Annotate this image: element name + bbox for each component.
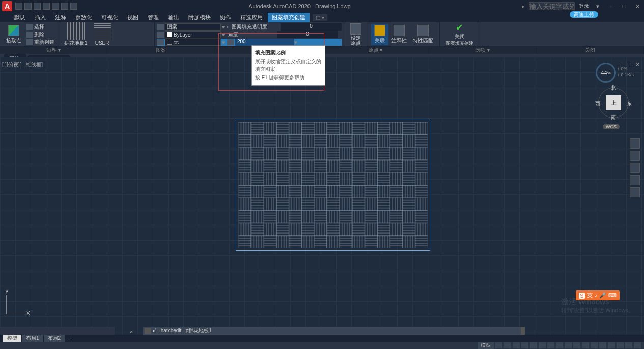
nav-wheel[interactable] bbox=[630, 138, 640, 149]
command-line[interactable]: ▸'_-hatchedit _p拼花地板1 bbox=[143, 327, 521, 335]
status-annmon[interactable] bbox=[582, 342, 589, 348]
status-hw[interactable] bbox=[625, 342, 632, 348]
select-label: 选择 bbox=[34, 23, 44, 31]
status-snap[interactable] bbox=[504, 342, 511, 348]
layout-1[interactable]: 布局1 bbox=[22, 335, 44, 342]
menu-addins[interactable]: 附加模块 bbox=[184, 13, 215, 22]
ime-kb-icon[interactable]: ⌨ bbox=[608, 292, 617, 299]
qat-undo[interactable] bbox=[61, 3, 68, 10]
status-polar[interactable] bbox=[521, 342, 528, 348]
hatch-swatch-1[interactable]: 拼花地板1 bbox=[61, 21, 91, 48]
status-sc[interactable] bbox=[573, 342, 580, 348]
viewcube[interactable]: 上 北 南 东 西 bbox=[593, 82, 634, 123]
recreate-button[interactable]: 重新创建 bbox=[26, 39, 54, 46]
transparency-value[interactable]: 0 bbox=[281, 23, 342, 31]
cmd-icon bbox=[145, 328, 151, 334]
menu-manage[interactable]: 管理 bbox=[144, 13, 163, 22]
pick-points-label: 拾取点 bbox=[6, 37, 21, 44]
status-otrack[interactable] bbox=[539, 342, 546, 348]
minimize-icon[interactable]: — bbox=[606, 3, 615, 10]
set-origin-button[interactable]: 设定 原点 bbox=[347, 22, 365, 47]
status-grid[interactable] bbox=[495, 342, 502, 348]
viewcube-top[interactable]: 上 bbox=[606, 95, 621, 110]
menu-collab[interactable]: 协作 bbox=[216, 13, 235, 22]
ime-voice-icon[interactable]: ♪ bbox=[595, 292, 598, 299]
status-ws[interactable] bbox=[591, 342, 598, 348]
status-units[interactable] bbox=[599, 342, 606, 348]
pick-points-button[interactable]: 拾取点 bbox=[3, 24, 24, 45]
associative-button[interactable]: 关联 bbox=[371, 24, 388, 45]
qat-save[interactable] bbox=[34, 3, 41, 10]
menu-default[interactable]: 默认 bbox=[10, 13, 30, 22]
menu-featured[interactable]: 精选应用 bbox=[236, 13, 267, 22]
angle-value[interactable]: 0 bbox=[277, 31, 338, 38]
upload-button[interactable]: 高速上传 bbox=[570, 11, 598, 18]
menu-extra[interactable]: ▢ ▾ bbox=[313, 14, 327, 21]
status-ortho[interactable] bbox=[513, 342, 520, 348]
nav-zoom[interactable] bbox=[630, 163, 640, 173]
hscroll[interactable] bbox=[0, 327, 115, 335]
status-custom[interactable] bbox=[634, 342, 641, 348]
layout-model[interactable]: 模型 bbox=[3, 335, 22, 342]
hatch-object[interactable] bbox=[236, 120, 430, 251]
color-dropdown[interactable]: ByLayer bbox=[165, 31, 221, 38]
status-osnap[interactable] bbox=[530, 342, 537, 348]
qat-saveas[interactable] bbox=[43, 3, 50, 10]
status-lwt[interactable] bbox=[547, 342, 554, 348]
nav-showmotion[interactable] bbox=[630, 187, 640, 197]
ime-mic-icon[interactable]: 🎤 bbox=[599, 292, 606, 299]
menu-hatch-create[interactable]: 图案填充创建 bbox=[268, 13, 310, 22]
plabel-options[interactable]: 选项 ▾ bbox=[429, 47, 537, 54]
drawing-canvas[interactable]: [-][俯视][二维线框] — □ ✕ bbox=[0, 57, 644, 335]
ime-indicator[interactable]: S 英 ♪🎤⌨ bbox=[576, 290, 620, 300]
layout-2[interactable]: 布局2 bbox=[44, 335, 66, 342]
hatch-swatch-2[interactable]: USER bbox=[91, 22, 114, 47]
status-clean[interactable] bbox=[608, 342, 615, 348]
help-icon[interactable]: ▾ bbox=[593, 3, 602, 10]
status-qp[interactable] bbox=[565, 342, 572, 348]
wcs-label[interactable]: WCS bbox=[603, 124, 620, 129]
nav-percent[interactable]: 44% bbox=[596, 63, 616, 83]
login-text[interactable]: 登录 bbox=[579, 3, 589, 10]
scale-value[interactable]: 200 bbox=[235, 39, 294, 46]
bg-dropdown[interactable]: 无 bbox=[165, 39, 221, 46]
vp-close-icon[interactable]: ✕ bbox=[635, 61, 640, 68]
cmd-close[interactable]: × bbox=[130, 329, 133, 335]
viewcube-n[interactable]: 北 bbox=[611, 84, 616, 92]
associative-icon bbox=[374, 25, 385, 36]
pick-points-icon bbox=[8, 25, 19, 36]
select-button[interactable]: 选择 bbox=[26, 23, 54, 31]
remove-button[interactable]: 删除 bbox=[26, 31, 54, 38]
menu-view[interactable]: 视图 bbox=[123, 13, 143, 22]
menu-view3d[interactable]: 可视化 bbox=[97, 13, 122, 22]
nav-pan[interactable] bbox=[630, 151, 640, 161]
annotative-button[interactable]: 注释性 bbox=[388, 24, 410, 45]
maximize-icon[interactable]: □ bbox=[620, 3, 629, 10]
swatch1-label: 拼花地板1 bbox=[64, 40, 88, 47]
cmd-scroll[interactable] bbox=[521, 327, 525, 335]
status-iso[interactable] bbox=[617, 342, 624, 348]
layout-add[interactable]: + bbox=[65, 335, 74, 342]
nav-orbit[interactable] bbox=[630, 175, 640, 185]
plabel-origin[interactable]: 原点 ▾ bbox=[322, 47, 429, 54]
status-transparency[interactable] bbox=[556, 342, 563, 348]
plabel-boundary[interactable]: 边界 ▾ bbox=[0, 47, 107, 54]
viewcube-w[interactable]: 西 bbox=[595, 100, 600, 107]
status-model[interactable]: 模型 bbox=[478, 342, 494, 349]
qat-new[interactable] bbox=[15, 3, 22, 10]
app-logo[interactable]: A bbox=[2, 1, 12, 11]
qat-plot[interactable] bbox=[52, 3, 59, 10]
menu-output[interactable]: 输出 bbox=[164, 13, 183, 22]
viewcube-e[interactable]: 东 bbox=[627, 100, 632, 107]
search-input[interactable] bbox=[529, 2, 575, 10]
cmd-text: ▸'_-hatchedit _p拼花地板1 bbox=[153, 327, 212, 334]
viewcube-s[interactable]: 南 bbox=[611, 114, 616, 121]
close-hatch-button[interactable]: ✔ 关闭 图案填充创建 bbox=[443, 21, 477, 48]
view-label[interactable]: [-][俯视][二维线框] bbox=[2, 61, 43, 68]
pattern-type-dropdown[interactable]: 图案 bbox=[165, 23, 221, 31]
menu-insert[interactable]: 插入 bbox=[31, 13, 50, 22]
match-props-button[interactable]: 特性匹配 bbox=[410, 24, 436, 45]
close-icon[interactable]: ✕ bbox=[633, 3, 642, 10]
qat-open[interactable] bbox=[24, 3, 32, 10]
qat-redo[interactable] bbox=[70, 3, 77, 10]
